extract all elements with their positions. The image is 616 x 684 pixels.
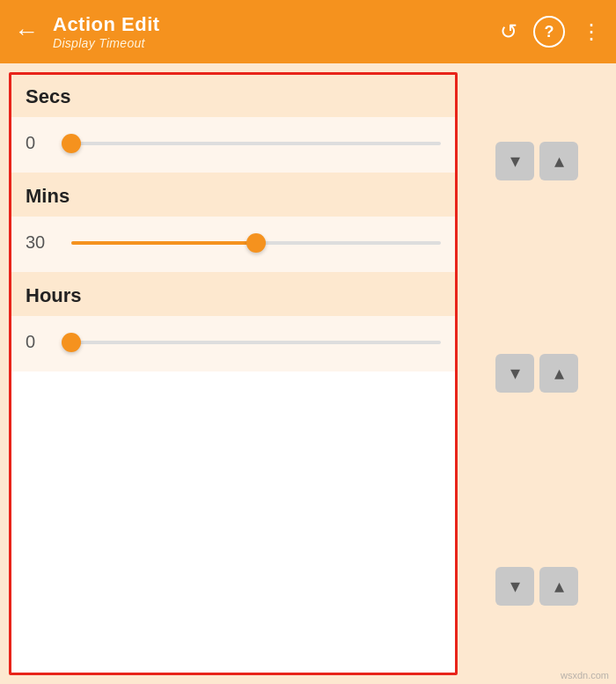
- section-slider-row-hours: 0: [11, 316, 455, 371]
- slider-fill-mins: [71, 241, 256, 245]
- up-button-hours[interactable]: ▴: [539, 567, 578, 606]
- back-button[interactable]: ←: [14, 18, 39, 46]
- header-icons: ↺ ? ⋮: [500, 16, 602, 48]
- section-slider-row-mins: 30: [11, 217, 455, 272]
- page-title: Action Edit: [53, 13, 489, 36]
- slider-thumb-hours[interactable]: [62, 333, 81, 352]
- slider-track-hours: [71, 341, 441, 344]
- section-label-row-secs: Secs: [11, 75, 455, 117]
- help-icon[interactable]: ?: [533, 16, 565, 48]
- section-label-mins: Mins: [26, 185, 70, 207]
- up-button-secs[interactable]: ▴: [539, 142, 578, 180]
- btn-row-secs: ▾▴: [466, 142, 607, 180]
- slider-container-hours: [71, 334, 441, 351]
- btn-row-hours: ▾▴: [466, 567, 607, 606]
- slider-track-secs: [71, 142, 441, 145]
- right-panel: ▾▴▾▴▾▴: [458, 63, 616, 684]
- section-label-secs: Secs: [26, 85, 70, 107]
- down-button-mins[interactable]: ▾: [495, 354, 534, 393]
- down-button-secs[interactable]: ▾: [495, 142, 534, 180]
- right-buttons-container: ▾▴▾▴▾▴: [466, 72, 607, 675]
- app-header: ← Action Edit Display Timeout ↺ ? ⋮: [0, 0, 616, 63]
- slider-container-mins: [71, 234, 441, 252]
- more-options-icon[interactable]: ⋮: [581, 19, 602, 44]
- section-slider-row-secs: 0: [11, 117, 455, 173]
- down-button-hours[interactable]: ▾: [495, 567, 534, 606]
- slider-thumb-mins[interactable]: [246, 233, 266, 253]
- left-panel: Secs0Mins30Hours0: [9, 72, 458, 675]
- section-label-hours: Hours: [26, 284, 82, 306]
- header-title-block: Action Edit Display Timeout: [53, 13, 489, 50]
- main-content: Secs0Mins30Hours0 ▾▴▾▴▾▴: [0, 63, 616, 684]
- slider-thumb-secs[interactable]: [62, 134, 81, 153]
- section-label-row-hours: Hours: [11, 274, 455, 316]
- slider-container-secs: [71, 135, 441, 152]
- page-subtitle: Display Timeout: [53, 36, 489, 50]
- watermark: wsxdn.com: [561, 670, 609, 680]
- slider-value-secs: 0: [26, 133, 57, 153]
- section-label-row-mins: Mins: [11, 174, 455, 217]
- btn-row-mins: ▾▴: [466, 354, 607, 393]
- slider-value-mins: 30: [26, 232, 57, 253]
- slider-value-hours: 0: [26, 332, 57, 352]
- up-button-mins[interactable]: ▴: [539, 354, 578, 393]
- refresh-icon[interactable]: ↺: [500, 19, 517, 44]
